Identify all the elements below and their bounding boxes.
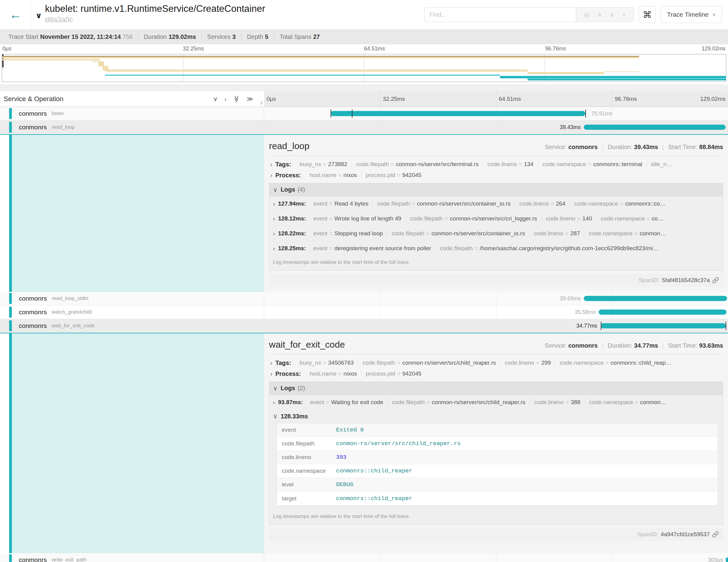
service-operation-title: Service & Operation — [4, 95, 63, 103]
detail-meta: Service: conmonrs|Duration: 34.77ms|Star… — [545, 342, 723, 349]
operation-name: listen — [52, 111, 64, 117]
span-event-tick — [331, 110, 331, 118]
log-field-chip: event=Stopping read loop — [309, 230, 387, 237]
ruler-tick: 0μs — [2, 46, 11, 52]
log-field-chip: code.filepath=conmon-rs/server/src/conta… — [373, 200, 515, 207]
tags-accordion[interactable]: › Tags: busy_ns=273882code.filepath=conm… — [269, 159, 723, 170]
service-name: conmonrs — [19, 556, 47, 562]
process-accordion[interactable]: › Process: host.name=nixosprocess.pid=94… — [269, 368, 723, 379]
log-field-chip: event=Wrote log line of length 49 — [309, 215, 406, 222]
chevron-right-icon: › — [273, 399, 275, 406]
chevron-right-icon: › — [273, 245, 275, 252]
span-bar[interactable] — [584, 125, 726, 130]
span-bar[interactable] — [599, 310, 727, 315]
detail-gutter — [0, 135, 264, 292]
log-entry[interactable]: › 93.87ms: event=Waiting for exit codeco… — [269, 395, 723, 410]
find-clear-icon[interactable]: × — [622, 11, 626, 18]
span-id-value: 5faf48165428c37a — [662, 277, 710, 284]
span-bar[interactable] — [601, 323, 726, 329]
trace-title-block: ∨ kubelet: runtime.v1.RuntimeService/Cre… — [31, 0, 265, 29]
logs-section: ∨ Logs(4) › 127.94ms: event=Read 4 bytes… — [269, 183, 723, 271]
logs-header[interactable]: ∨ Logs(2) — [269, 382, 723, 395]
field-key: code.namespace — [277, 468, 336, 474]
expand-all-icon[interactable]: ≫ — [233, 96, 240, 102]
span-row-read-loop[interactable]: conmonrs read_loop 39.43ms — [0, 121, 728, 134]
link-icon[interactable] — [712, 277, 719, 284]
jaeger-trace-page: ← ∨ kubelet: runtime.v1.RuntimeService/C… — [0, 0, 728, 562]
trace-summary-bar: Trace StartNovember 15 2022, 11:24:14.75… — [0, 29, 728, 44]
log-field-chip: code.lineno=388 — [530, 399, 585, 406]
minimap-canvas[interactable] — [2, 54, 726, 82]
field-value: 393 — [336, 454, 346, 461]
collapse-one-icon[interactable]: › — [224, 95, 226, 103]
minimap-span — [528, 72, 604, 74]
minimap-span — [2, 57, 639, 58]
span-bar[interactable] — [584, 296, 727, 301]
tags-accordion[interactable]: › Tags: busy_ns=34506763code.filepath=co… — [269, 357, 723, 368]
field-key: code.lineno — [277, 454, 336, 461]
service-name: conmonrs — [19, 110, 47, 117]
chevron-right-icon: › — [273, 215, 275, 222]
find-target-icon[interactable]: ◎ — [584, 11, 590, 18]
collapse-all-icon[interactable]: ≫ — [247, 95, 253, 103]
log-field-chip: code.filepath=/home/sascha/.cargo/regist… — [436, 245, 663, 252]
trace-minimap: 0μs 32.25ms 64.51ms 96.76ms 129.02ms — [0, 44, 728, 84]
minimap-span — [528, 79, 726, 80]
log-field-chip: code.namespace=co… — [597, 215, 668, 222]
keyboard-shortcuts-button[interactable]: ⌘ — [639, 6, 656, 23]
span-row-write-exit-path[interactable]: conmonrs write_exit_path 303μs — [0, 553, 728, 562]
log-entry[interactable]: › 128.12ms: event=Wrote log line of leng… — [269, 211, 723, 226]
detail-panel: wait_for_exit_code Service: conmonrs|Dur… — [264, 333, 728, 553]
service-color-marker — [9, 307, 12, 318]
field-key: target — [277, 495, 336, 502]
log-entry[interactable]: › 128.25ms: event=deregistering event so… — [269, 241, 723, 256]
logs-header[interactable]: ∨ Logs(4) — [269, 183, 723, 196]
service-name: conmonrs — [19, 322, 47, 329]
top-bar-actions: ◎ ∧ ∨ × ⌘ Trace Timeline ∨ — [424, 0, 722, 29]
tag-chip: code.lineno=134 — [483, 161, 538, 168]
field-value: conmon-rs/server/src/child_reaper.rs — [336, 440, 461, 447]
log-field-chip: code.namespace=conmon… — [584, 230, 670, 237]
log-field-chip: event=Read 4 bytes — [309, 200, 373, 207]
chevron-right-icon: › — [270, 172, 272, 179]
span-event-tick — [585, 110, 586, 118]
log-entry[interactable]: › 127.94ms: event=Read 4 bytescode.filep… — [269, 196, 723, 211]
tag-chip: code.filepath=conmon-rs/server/src/child… — [358, 359, 500, 366]
trace-view-label: Trace Timeline — [667, 11, 709, 18]
log-field-row: level DEBUG — [277, 478, 718, 492]
find-group: ◎ ∧ ∨ × — [424, 7, 634, 22]
log-entry[interactable]: › 128.22ms: event=Stopping read loopcode… — [269, 226, 723, 241]
collapse-controls: ∨ › ≫ ≫ — [213, 91, 253, 107]
find-prev-icon[interactable]: ∧ — [597, 11, 602, 18]
span-event-tick — [726, 322, 726, 330]
span-bar[interactable] — [331, 111, 586, 116]
trace-view-selector[interactable]: Trace Timeline ∨ — [661, 6, 722, 23]
minimap-span — [604, 71, 639, 72]
span-bar[interactable] — [726, 557, 728, 562]
collapse-header-icon[interactable]: ∨ — [36, 11, 42, 20]
span-duration: 39.69ms — [560, 295, 581, 302]
span-row-watch-grandchild[interactable]: conmonrs watch_grandchild 35.58ms — [0, 305, 728, 319]
expand-one-icon[interactable]: ∨ — [213, 95, 218, 103]
log-field-chip: code.filepath=conmon-rs/server/src/conta… — [387, 230, 529, 237]
column-resize-grip[interactable]: ‖ — [260, 100, 262, 106]
find-input[interactable] — [424, 7, 576, 22]
span-duration: 39.43ms — [560, 124, 581, 131]
trace-total-spans: Total Spans27 — [274, 33, 325, 40]
span-row-wait-for-exit-code[interactable]: conmonrs wait_for_exit_code 34.77ms — [0, 319, 728, 333]
field-value: Exited 0 — [336, 427, 364, 433]
link-icon[interactable] — [712, 531, 719, 538]
find-next-icon[interactable]: ∨ — [610, 11, 614, 18]
process-accordion[interactable]: › Process: host.name=nixosprocess.pid=94… — [269, 170, 723, 181]
field-key: code.filepath — [277, 440, 336, 447]
ruler-cell: 0μs — [264, 91, 380, 107]
log-entry-expanded-header[interactable]: ∨ 128.33ms — [269, 410, 723, 423]
span-row-read-loop-stdin[interactable]: conmonrs read_loop_stdin 39.69ms — [0, 292, 728, 305]
log-field-chip: code.lineno=140 — [542, 215, 597, 222]
log-field-row: target conmonrs::child_reaper — [277, 492, 718, 505]
service-name: conmonrs — [19, 124, 47, 131]
log-field-chip: code.filepath=conmon-rs/server/src/child… — [388, 399, 530, 406]
back-button[interactable]: ← — [0, 0, 31, 29]
span-row-listen[interactable]: conmonrs listen 70.91ms — [0, 107, 728, 121]
trace-id: d8a3a0c — [45, 15, 265, 24]
